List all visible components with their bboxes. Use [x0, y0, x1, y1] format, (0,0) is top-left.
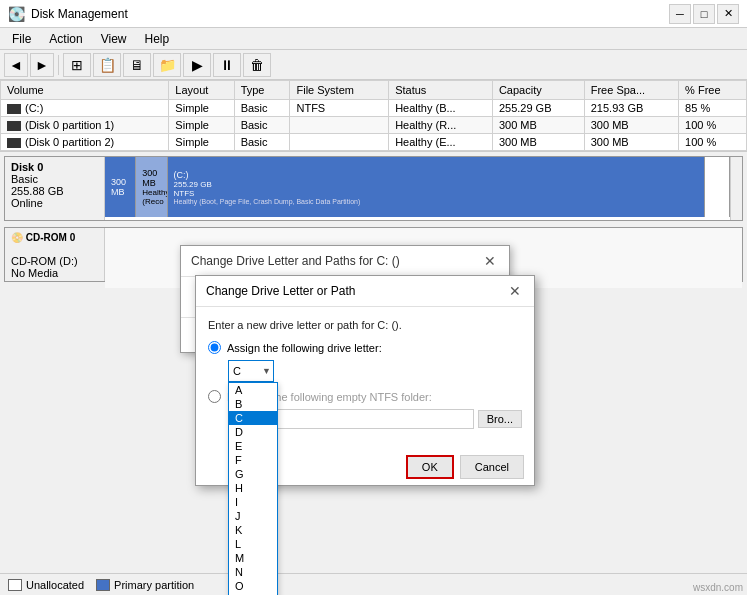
cell-free: 300 MB: [584, 117, 678, 134]
toolbar-btn1[interactable]: ⊞: [63, 53, 91, 77]
disk-row-0: Disk 0 Basic 255.88 GB Online 300 MB 300…: [4, 156, 743, 221]
toolbar-forward[interactable]: ►: [30, 53, 54, 77]
col-layout: Layout: [169, 81, 234, 100]
dialog-description: Enter a new drive letter or path for C: …: [208, 319, 522, 331]
dialog-inner-cancel[interactable]: Cancel: [460, 455, 524, 479]
toolbar-btn6[interactable]: ⏸: [213, 53, 241, 77]
part-label2: 300 MB: [142, 168, 160, 188]
part-sublabel2: Healthy (Reco: [142, 188, 167, 206]
disk-name-0: Disk 0: [11, 161, 98, 173]
cell-capacity: 255.29 GB: [492, 100, 584, 117]
disk-size-0: 255.88 GB: [11, 185, 64, 197]
toolbar: ◄ ► ⊞ 📋 🖥 📁 ▶ ⏸ 🗑: [0, 50, 747, 80]
dropdown-o[interactable]: O: [229, 579, 277, 593]
toolbar-btn7[interactable]: 🗑: [243, 53, 271, 77]
cell-fs: NTFS: [290, 100, 389, 117]
title-bar-left: 💽 Disk Management: [8, 6, 128, 22]
partition-0-2[interactable]: (C:) 255.29 GB NTFS Healthy (Boot, Page …: [168, 157, 706, 217]
menu-view[interactable]: View: [93, 30, 135, 48]
cell-free: 215.93 GB: [584, 100, 678, 117]
dialog-inner-title: Change Drive Letter or Path: [206, 284, 355, 298]
cell-free: 300 MB: [584, 134, 678, 151]
drive-dropdown[interactable]: A B C D E F G H I J K L M N O: [228, 382, 278, 595]
cell-capacity: 300 MB: [492, 134, 584, 151]
col-free: Free Spa...: [584, 81, 678, 100]
dropdown-a[interactable]: A: [229, 383, 277, 397]
dropdown-n[interactable]: N: [229, 565, 277, 579]
toolbar-btn2[interactable]: 📋: [93, 53, 121, 77]
watermark: wsxdn.com: [693, 582, 743, 593]
part-label: 300 MB: [111, 177, 129, 197]
cell-type: Basic: [234, 100, 290, 117]
menu-action[interactable]: Action: [41, 30, 90, 48]
disk-scrollbar[interactable]: [730, 157, 742, 220]
app-title: Disk Management: [31, 7, 128, 21]
table-row[interactable]: (C:) Simple Basic NTFS Healthy (B... 255…: [1, 100, 747, 117]
toolbar-back[interactable]: ◄: [4, 53, 28, 77]
legend-primary: Primary partition: [96, 579, 194, 591]
legend-label-primary: Primary partition: [114, 579, 194, 591]
minimize-button[interactable]: ─: [669, 4, 691, 24]
dropdown-b[interactable]: B: [229, 397, 277, 411]
disk-table: Volume Layout Type File System Status Ca…: [0, 80, 747, 151]
cell-pct: 85 %: [679, 100, 747, 117]
radio-ntfs[interactable]: [208, 390, 221, 403]
toolbar-btn4[interactable]: 📁: [153, 53, 181, 77]
table-row[interactable]: (Disk 0 partition 1) Simple Basic Health…: [1, 117, 747, 134]
dropdown-h[interactable]: H: [229, 481, 277, 495]
partition-0-0[interactable]: 300 MB: [105, 157, 136, 217]
col-type: Type: [234, 81, 290, 100]
dialog-inner: Change Drive Letter or Path ✕ Enter a ne…: [195, 275, 535, 486]
cell-fs: [290, 117, 389, 134]
cell-type: Basic: [234, 117, 290, 134]
disk-name-cdrom: 📀 CD-ROM 0: [11, 232, 98, 243]
cell-pct: 100 %: [679, 117, 747, 134]
cell-status: Healthy (B...: [389, 100, 493, 117]
dialog-inner-ok[interactable]: OK: [406, 455, 454, 479]
dropdown-j[interactable]: J: [229, 509, 277, 523]
menu-bar: File Action View Help: [0, 28, 747, 50]
title-bar-controls: ─ □ ✕: [669, 4, 739, 24]
cell-volume: (Disk 0 partition 2): [1, 134, 169, 151]
dialog-inner-body: Enter a new drive letter or path for C: …: [196, 307, 534, 449]
cell-type: Basic: [234, 134, 290, 151]
table-row[interactable]: (Disk 0 partition 2) Simple Basic Health…: [1, 134, 747, 151]
cell-pct: 100 %: [679, 134, 747, 151]
dropdown-k[interactable]: K: [229, 523, 277, 537]
dropdown-i[interactable]: I: [229, 495, 277, 509]
drive-select-display[interactable]: C ▼: [228, 360, 274, 382]
toolbar-sep1: [58, 55, 59, 75]
partition-0-1[interactable]: 300 MB Healthy (Reco: [136, 157, 167, 217]
selected-letter: C: [229, 365, 262, 377]
disk-label-cdrom: 📀 CD-ROM 0 CD-ROM (D:) No Media: [5, 228, 105, 281]
dropdown-m[interactable]: M: [229, 551, 277, 565]
dialog-inner-title-bar: Change Drive Letter or Path ✕: [196, 276, 534, 307]
part-name2: (C:): [174, 170, 189, 180]
dropdown-g[interactable]: G: [229, 467, 277, 481]
radio-row-assign: Assign the following drive letter:: [208, 341, 522, 354]
radio-assign[interactable]: [208, 341, 221, 354]
partition-0-3[interactable]: [705, 157, 730, 217]
legend-unalloc: Unallocated: [8, 579, 84, 591]
dropdown-l[interactable]: L: [229, 537, 277, 551]
dropdown-c[interactable]: C: [229, 411, 277, 425]
dialog-inner-close[interactable]: ✕: [506, 282, 524, 300]
cell-layout: Simple: [169, 100, 234, 117]
cell-capacity: 300 MB: [492, 117, 584, 134]
dialog-outer-title: Change Drive Letter and Paths for C: (): [191, 254, 400, 268]
cell-layout: Simple: [169, 117, 234, 134]
close-button[interactable]: ✕: [717, 4, 739, 24]
dropdown-e[interactable]: E: [229, 439, 277, 453]
browse-button[interactable]: Bro...: [478, 410, 522, 428]
dropdown-f[interactable]: F: [229, 453, 277, 467]
toolbar-btn3[interactable]: 🖥: [123, 53, 151, 77]
menu-file[interactable]: File: [4, 30, 39, 48]
dropdown-d[interactable]: D: [229, 425, 277, 439]
drive-select-container: C ▼ A B C D E F G H I J: [228, 360, 274, 382]
dialog-outer-close[interactable]: ✕: [481, 252, 499, 270]
toolbar-btn5[interactable]: ▶: [183, 53, 211, 77]
cell-fs: [290, 134, 389, 151]
maximize-button[interactable]: □: [693, 4, 715, 24]
menu-help[interactable]: Help: [137, 30, 178, 48]
dropdown-arrow: ▼: [262, 366, 273, 376]
